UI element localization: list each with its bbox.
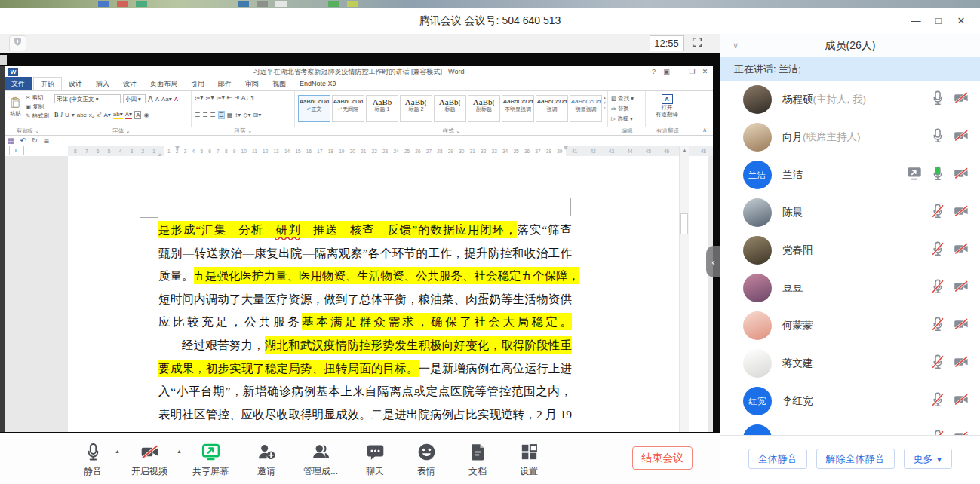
- close-button[interactable]: ✕: [950, 15, 972, 26]
- underline-button[interactable]: U: [65, 112, 69, 118]
- member-row[interactable]: 蒋文建: [720, 345, 980, 382]
- mic-icon[interactable]: [929, 429, 946, 435]
- word-help-button[interactable]: ?: [647, 66, 660, 78]
- mic-icon[interactable]: [929, 240, 946, 260]
- bold-button[interactable]: B: [54, 112, 58, 118]
- mic-icon[interactable]: [929, 127, 946, 147]
- toolbar-chat[interactable]: 聊天: [352, 440, 398, 479]
- toolbar-mic[interactable]: ▲静音: [69, 440, 116, 479]
- member-row[interactable]: 何蒙蒙: [720, 307, 980, 345]
- strikethrough-button[interactable]: abc: [77, 112, 87, 118]
- mic-icon[interactable]: [929, 90, 946, 109]
- member-row[interactable]: 兰洁兰洁: [720, 156, 980, 194]
- meeting-security-button[interactable]: [9, 35, 26, 51]
- mic-icon[interactable]: [929, 278, 946, 298]
- camera-off-icon[interactable]: [953, 240, 969, 260]
- expand-arrow-icon[interactable]: ▲: [115, 449, 120, 454]
- align-center-button[interactable]: ☰: [202, 112, 207, 118]
- member-row[interactable]: 红宽李红宽: [720, 382, 980, 420]
- line-spacing-button[interactable]: ↕▾: [235, 112, 241, 118]
- show-marks-button[interactable]: ¶: [250, 94, 253, 101]
- word-ribbon-options-button[interactable]: ▣: [660, 66, 673, 78]
- first-line-indent-marker[interactable]: [175, 146, 180, 152]
- toolbar-share-screen[interactable]: 共享屏幕: [183, 440, 238, 479]
- mute-all-button[interactable]: 全体静音: [748, 449, 807, 469]
- scrollbar-thumb[interactable]: [680, 213, 688, 234]
- shrink-font-button[interactable]: A: [155, 96, 159, 103]
- camera-off-icon[interactable]: [953, 354, 969, 373]
- decrease-indent-button[interactable]: ⇤: [227, 94, 232, 101]
- collapse-ribbon-button[interactable]: ∧: [702, 127, 707, 133]
- style-item[interactable]: AaBb(副标题: [468, 95, 500, 122]
- member-row[interactable]: 陈晨: [720, 194, 980, 231]
- numbering-button[interactable]: ⁝≡▾: [205, 94, 214, 101]
- more-button[interactable]: 更多▼: [904, 449, 953, 469]
- ribbon-tab[interactable]: 视图: [266, 77, 293, 90]
- scroll-up-icon[interactable]: ▲: [680, 146, 689, 155]
- change-case-button[interactable]: Aa▾: [161, 96, 172, 103]
- camera-off-icon[interactable]: [953, 203, 969, 222]
- superscript-button[interactable]: x²: [97, 112, 102, 118]
- mic-icon[interactable]: [929, 354, 946, 373]
- member-row[interactable]: 向月(联席主持人): [720, 118, 980, 156]
- style-item[interactable]: AaBbCcDd↵无间隔: [332, 95, 364, 122]
- camera-off-icon[interactable]: [953, 165, 969, 185]
- ribbon-tab[interactable]: 设计: [116, 77, 143, 90]
- find-button[interactable]: ▧ 查找 ▾: [611, 95, 634, 102]
- borders-button[interactable]: ⊞▾: [253, 112, 261, 118]
- tab-selector[interactable]: L: [9, 146, 24, 155]
- undo-icon[interactable]: ↶: [20, 136, 26, 145]
- redo-icon[interactable]: ↻: [32, 136, 38, 145]
- toolbar-members[interactable]: 管理成...: [294, 440, 347, 479]
- expand-arrow-icon[interactable]: ▲: [177, 449, 182, 454]
- mic-icon[interactable]: [929, 203, 946, 222]
- justify-button[interactable]: ☰: [218, 111, 225, 119]
- right-indent-marker[interactable]: [564, 146, 568, 152]
- find-icon[interactable]: ≣: [43, 136, 49, 145]
- toolbar-document[interactable]: 文档: [454, 440, 501, 479]
- ribbon-tab[interactable]: 引用: [184, 77, 211, 90]
- fullscreen-button[interactable]: [689, 35, 705, 51]
- align-right-button[interactable]: ☰: [210, 112, 215, 118]
- paste-button[interactable]: 粘贴: [7, 96, 23, 118]
- toolbar-settings[interactable]: 设置: [505, 440, 552, 479]
- file-tab[interactable]: 文件: [5, 77, 32, 90]
- camera-off-icon[interactable]: [953, 316, 969, 335]
- multilevel-button[interactable]: ⁝≡▾: [216, 94, 224, 101]
- ribbon-tab[interactable]: 开始: [33, 77, 62, 90]
- unmute-all-button[interactable]: 解除全体静音: [816, 449, 895, 469]
- align-left-button[interactable]: ☰: [195, 112, 200, 118]
- member-row[interactable]: 杨程硕(主持人, 我): [720, 81, 980, 118]
- document-text[interactable]: 是形成“汇集—分析—研判—推送—核查—反馈”的数据应用闭环，落实“筛查甄别—转送…: [158, 219, 572, 426]
- word-minimize-button[interactable]: —: [673, 66, 686, 78]
- ribbon-tab[interactable]: 插入: [89, 77, 116, 90]
- format-painter-button[interactable]: ✎ 格式刷: [26, 112, 49, 119]
- char-shading-button[interactable]: ◉: [143, 112, 149, 118]
- mic-icon[interactable]: [929, 165, 946, 185]
- camera-off-icon[interactable]: [953, 127, 969, 147]
- mic-icon[interactable]: [929, 391, 946, 411]
- youdao-translate-button[interactable]: A 打开有道翻译: [650, 93, 684, 118]
- char-border-button[interactable]: A: [134, 111, 141, 119]
- member-row[interactable]: [720, 420, 980, 435]
- sort-button[interactable]: A↓: [241, 94, 248, 101]
- clear-format-button[interactable]: A: [174, 96, 178, 103]
- font-size-select[interactable]: 小四 ▾: [123, 94, 146, 103]
- chevron-down-icon[interactable]: ∨: [733, 34, 739, 57]
- style-item[interactable]: AaBbCcDd不明显强调: [502, 95, 534, 122]
- camera-off-icon[interactable]: [953, 391, 969, 411]
- ribbon-tab[interactable]: 邮件: [211, 77, 238, 90]
- cut-button[interactable]: ✂ 剪切: [26, 94, 43, 101]
- toolbar-camera-off[interactable]: ▲开启视频: [121, 440, 178, 479]
- font-name-select[interactable]: 宋体 (中文正文 ▾: [54, 94, 121, 103]
- panel-collapse-handle[interactable]: ‹: [706, 246, 720, 277]
- font-color-button[interactable]: A▾: [125, 111, 132, 119]
- subscript-button[interactable]: x₂: [89, 112, 94, 118]
- text-effects-button[interactable]: A▾: [104, 112, 111, 118]
- shading-button[interactable]: ◇▾: [243, 112, 250, 118]
- minimize-button[interactable]: —: [905, 15, 927, 26]
- toolbar-emoji[interactable]: 表情: [403, 440, 450, 479]
- italic-button[interactable]: I: [60, 112, 63, 118]
- camera-off-icon[interactable]: [953, 278, 969, 298]
- word-close-button[interactable]: ✕: [699, 66, 711, 78]
